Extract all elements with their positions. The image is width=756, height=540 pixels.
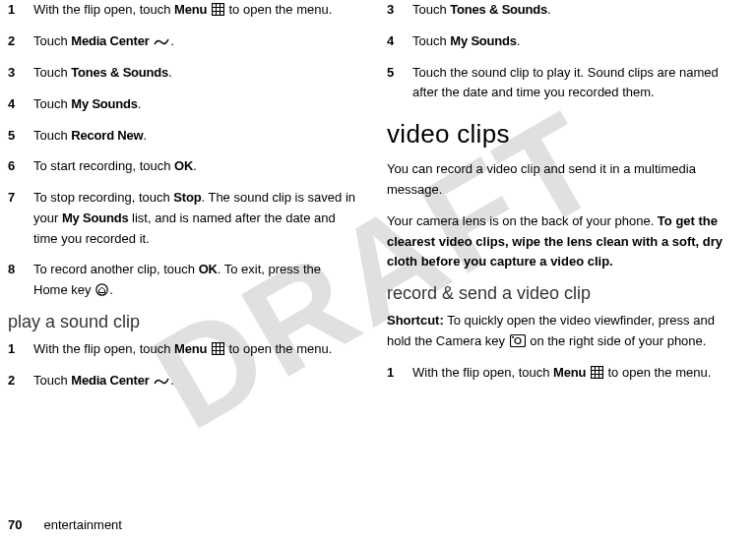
- text: Your camera lens is on the back of your …: [387, 213, 658, 228]
- step-c3: 3 Touch Tones & Sounds.: [387, 0, 736, 21]
- step-num: 2: [8, 371, 33, 391]
- text: .: [517, 33, 521, 48]
- para-shortcut: Shortcut: To quickly open the video view…: [387, 311, 736, 352]
- step-text: With the flip open, touch Menu to open t…: [33, 339, 357, 360]
- para-lens: Your camera lens is on the back of your …: [387, 211, 736, 272]
- step-num: 4: [8, 94, 33, 115]
- step-num: 2: [8, 31, 33, 52]
- text: .: [138, 96, 142, 111]
- step-text: Touch the sound clip to play it. Sound c…: [412, 63, 736, 104]
- svg-point-12: [515, 338, 521, 344]
- text: Touch the sound clip to play it. Sound c…: [412, 65, 719, 100]
- my-sounds-label: My Sounds: [62, 210, 129, 225]
- wave-icon: [154, 31, 169, 52]
- menu-label: Menu: [553, 365, 586, 380]
- step-text: To start recording, touch OK.: [33, 156, 357, 177]
- text: Touch: [33, 33, 71, 48]
- step-num: 3: [387, 0, 412, 21]
- step-num: 1: [8, 0, 33, 21]
- record-new-label: Record New: [71, 128, 143, 143]
- step-text: With the flip open, touch Menu to open t…: [33, 0, 357, 21]
- my-sounds-label: My Sounds: [450, 33, 517, 48]
- grid-icon: [212, 0, 224, 21]
- page-number: 70: [8, 517, 22, 532]
- step-text: To record another clip, touch OK. To exi…: [33, 260, 357, 301]
- footer: 70entertainment: [8, 517, 122, 532]
- svg-rect-6: [212, 343, 223, 355]
- svg-rect-0: [212, 4, 223, 16]
- text: Touch: [33, 373, 71, 388]
- tones-sounds-label: Tones & Sounds: [450, 2, 547, 17]
- text: Touch: [412, 2, 450, 17]
- step-b2: 2 Touch Media Center .: [8, 371, 357, 391]
- text: Touch: [33, 96, 71, 111]
- heading-play-sound-clip: play a sound clip: [8, 312, 357, 332]
- shortcut-label: Shortcut:: [387, 313, 444, 328]
- svg-rect-14: [591, 367, 602, 379]
- step-5: 5 Touch Record New.: [8, 126, 357, 147]
- tones-sounds-label: Tones & Sounds: [71, 65, 168, 80]
- step-7: 7 To stop recording, touch Stop. The sou…: [8, 188, 357, 249]
- text: Touch: [33, 128, 71, 143]
- text: .: [193, 158, 197, 173]
- step-num: 7: [8, 188, 33, 249]
- text: to open the menu.: [225, 2, 332, 17]
- camera-icon: [510, 331, 526, 352]
- text: Touch: [33, 65, 71, 80]
- step-text: Touch Record New.: [33, 126, 357, 147]
- page-content: 1 With the flip open, touch Menu to open…: [0, 0, 756, 402]
- step-2: 2 Touch Media Center .: [8, 31, 357, 52]
- section-name: entertainment: [43, 517, 122, 532]
- media-center-label: Media Center: [71, 33, 149, 48]
- text: .: [168, 65, 172, 80]
- menu-label: Menu: [174, 2, 207, 17]
- step-num: 3: [8, 63, 33, 84]
- step-text: Touch Media Center .: [33, 31, 357, 52]
- text: .: [170, 373, 174, 388]
- text: With the flip open, touch: [412, 365, 553, 380]
- step-text: Touch Media Center .: [33, 371, 357, 391]
- step-num: 6: [8, 156, 33, 177]
- left-column: 1 With the flip open, touch Menu to open…: [8, 0, 357, 402]
- text: to open the menu.: [604, 365, 711, 380]
- text: To record another clip, touch: [33, 262, 199, 276]
- svg-point-5: [96, 284, 107, 295]
- step-d1: 1 With the flip open, touch Menu to open…: [387, 363, 736, 384]
- step-c4: 4 Touch My Sounds.: [387, 31, 736, 52]
- step-1: 1 With the flip open, touch Menu to open…: [8, 0, 357, 21]
- text: With the flip open, touch: [33, 2, 174, 17]
- step-num: 1: [387, 363, 412, 384]
- text: .: [170, 33, 174, 48]
- text: on the right side of your phone.: [527, 333, 707, 348]
- stop-label: Stop: [173, 190, 201, 205]
- para-record-intro: You can record a video clip and send it …: [387, 159, 736, 201]
- text: .: [109, 282, 113, 297]
- text: .: [143, 128, 147, 143]
- my-sounds-label: My Sounds: [71, 96, 138, 111]
- step-num: 4: [387, 31, 412, 52]
- step-text: Touch My Sounds.: [33, 94, 357, 115]
- step-3: 3 Touch Tones & Sounds.: [8, 63, 357, 84]
- right-column: 3 Touch Tones & Sounds. 4 Touch My Sound…: [387, 0, 736, 402]
- wave-icon: [154, 371, 169, 391]
- step-text: Touch Tones & Sounds.: [412, 0, 736, 21]
- text: Touch: [412, 33, 450, 48]
- heading-video-clips: video clips: [387, 119, 736, 150]
- step-c5: 5 Touch the sound clip to play it. Sound…: [387, 63, 736, 104]
- step-text: Touch My Sounds.: [412, 31, 736, 52]
- text: To stop recording, touch: [33, 190, 173, 205]
- step-text: To stop recording, touch Stop. The sound…: [33, 188, 357, 249]
- heading-record-send: record & send a video clip: [387, 283, 736, 304]
- svg-rect-13: [512, 336, 514, 338]
- text: To start recording, touch: [33, 158, 174, 173]
- text: to open the menu.: [225, 341, 332, 356]
- home-icon: [95, 280, 108, 301]
- step-text: Touch Tones & Sounds.: [33, 63, 357, 84]
- media-center-label: Media Center: [71, 373, 149, 388]
- step-num: 5: [387, 63, 412, 104]
- step-6: 6 To start recording, touch OK.: [8, 156, 357, 177]
- grid-icon: [591, 363, 603, 384]
- step-text: With the flip open, touch Menu to open t…: [412, 363, 736, 384]
- ok-label: OK: [174, 158, 193, 173]
- step-b1: 1 With the flip open, touch Menu to open…: [8, 339, 357, 360]
